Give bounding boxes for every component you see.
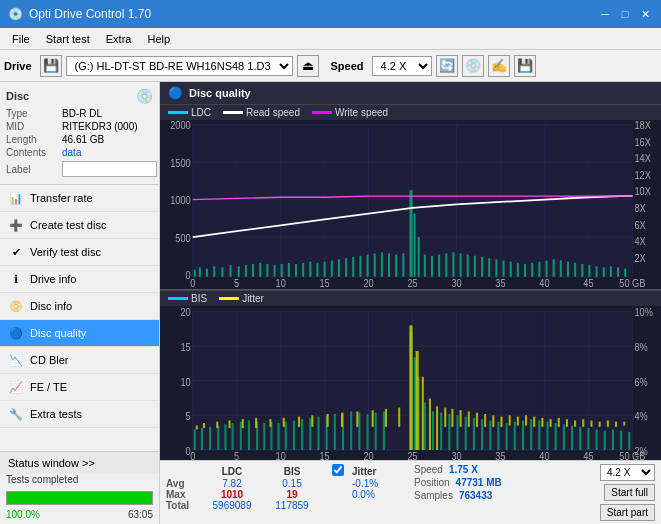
svg-rect-61 [324,262,326,277]
sidebar-item-create-test-disc[interactable]: ➕ Create test disc [0,212,159,239]
app-title: Opti Drive Control 1.70 [29,7,151,21]
save-button[interactable]: 💾 [514,55,536,77]
length-key: Length [6,134,58,145]
svg-rect-101 [603,267,605,276]
status-text: Tests completed [0,474,159,487]
svg-rect-96 [567,262,569,277]
jitter-checkbox[interactable] [332,464,344,476]
maximize-button[interactable]: □ [617,6,633,22]
svg-rect-56 [288,263,290,277]
panel-title: Disc quality [189,87,251,99]
status-window-label: Status window >> [8,457,95,469]
svg-rect-230 [533,416,535,426]
svg-rect-151 [248,420,250,450]
menu-file[interactable]: File [4,31,38,47]
menu-start-test[interactable]: Start test [38,31,98,47]
drive-select[interactable]: (G:) HL-DT-ST BD-RE WH16NS48 1.D3 [66,56,293,76]
sidebar-item-transfer-rate[interactable]: 📊 Transfer rate [0,185,159,212]
sidebar-item-disc-info[interactable]: 📀 Disc info [0,293,159,320]
status-window-button[interactable]: Status window >> [0,451,159,474]
label-input[interactable] [62,161,157,177]
sidebar-item-disc-quality[interactable]: 🔵 Disc quality [0,320,159,347]
svg-rect-71 [395,255,397,277]
svg-rect-207 [311,415,313,427]
svg-text:35: 35 [495,450,505,460]
ldc-avg: 7.82 [202,478,262,489]
svg-text:5: 5 [186,410,191,422]
sidebar-item-verify-test-disc[interactable]: ✔ Verify test disc [0,239,159,266]
svg-rect-145 [201,428,203,450]
legend-jitter: Jitter [219,293,264,304]
sidebar-item-drive-info[interactable]: ℹ Drive info [0,266,159,293]
svg-rect-100 [596,266,598,277]
svg-rect-231 [541,418,543,427]
svg-rect-102 [610,266,612,277]
svg-rect-48 [230,265,232,277]
svg-rect-213 [398,407,400,426]
svg-text:8X: 8X [634,203,646,215]
mid-key: MID [6,121,58,132]
svg-rect-233 [558,418,560,427]
legend-write-speed: Write speed [312,107,388,118]
svg-rect-43 [194,270,196,277]
nav-label-disc-quality: Disc quality [30,327,86,339]
eject-button[interactable]: ⏏ [297,55,319,77]
svg-text:0: 0 [190,450,195,460]
svg-rect-158 [301,419,303,450]
refresh-button[interactable]: 🔄 [436,55,458,77]
svg-rect-220 [451,409,453,427]
svg-rect-157 [293,420,295,450]
menu-help[interactable]: Help [139,31,178,47]
bis-header: BIS [262,464,322,478]
svg-rect-70 [388,253,390,276]
svg-rect-193 [596,429,598,450]
svg-rect-160 [317,416,319,449]
svg-rect-75 [418,237,420,277]
close-button[interactable]: ✕ [637,6,653,22]
svg-rect-88 [510,262,512,277]
speed-select[interactable]: 4.2 X [372,56,432,76]
fe-te-icon: 📈 [8,379,24,395]
svg-rect-224 [484,414,486,427]
test-speed-select[interactable]: 4.2 X [600,464,655,481]
svg-rect-95 [560,260,562,276]
stats-panel: LDC BIS Jitter Avg 7.82 0.15 [160,460,661,524]
titlebar-controls: ─ □ ✕ [597,6,653,22]
svg-rect-51 [252,264,254,277]
svg-rect-187 [546,421,548,449]
contents-key: Contents [6,147,58,158]
svg-rect-83 [474,256,476,277]
minimize-button[interactable]: ─ [597,6,613,22]
stats-table: LDC BIS Jitter Avg 7.82 0.15 [166,464,402,511]
disc-panel: Disc 💿 Type BD-R DL MID RITEKDR3 (000) L… [0,82,159,185]
extra-tests-icon: 🔧 [8,406,24,422]
disc-image-icon[interactable]: 💿 [136,88,153,104]
svg-text:40: 40 [539,450,549,460]
svg-rect-69 [381,252,383,277]
content-area: 🔵 Disc quality LDC Read speed Write spee… [160,82,661,524]
sidebar-item-extra-tests[interactable]: 🔧 Extra tests [0,401,159,428]
progress-pct: 100.0% [6,509,40,520]
svg-rect-46 [213,266,215,277]
legend-ldc: LDC [168,107,211,118]
sidebar-item-cd-bler[interactable]: 📉 CD Bler [0,347,159,374]
ldc-total: 5969089 [202,500,262,511]
write-button[interactable]: ✍ [488,55,510,77]
svg-text:10: 10 [276,450,286,460]
progress-bar-container [6,491,153,505]
svg-rect-197 [628,432,630,450]
start-full-button[interactable]: Start full [604,484,655,501]
start-part-button[interactable]: Start part [600,504,655,521]
svg-rect-174 [440,412,442,449]
sidebar-item-fe-te[interactable]: 📈 FE / TE [0,374,159,401]
svg-rect-238 [599,421,601,426]
svg-text:20: 20 [363,278,374,290]
drive-icon-btn[interactable]: 💾 [40,55,62,77]
progress-bar-fill [7,492,152,504]
svg-rect-225 [492,415,494,427]
svg-text:18X: 18X [634,120,651,131]
svg-rect-84 [481,257,483,277]
disc-button[interactable]: 💿 [462,55,484,77]
svg-text:6X: 6X [634,219,646,231]
menu-extra[interactable]: Extra [98,31,140,47]
